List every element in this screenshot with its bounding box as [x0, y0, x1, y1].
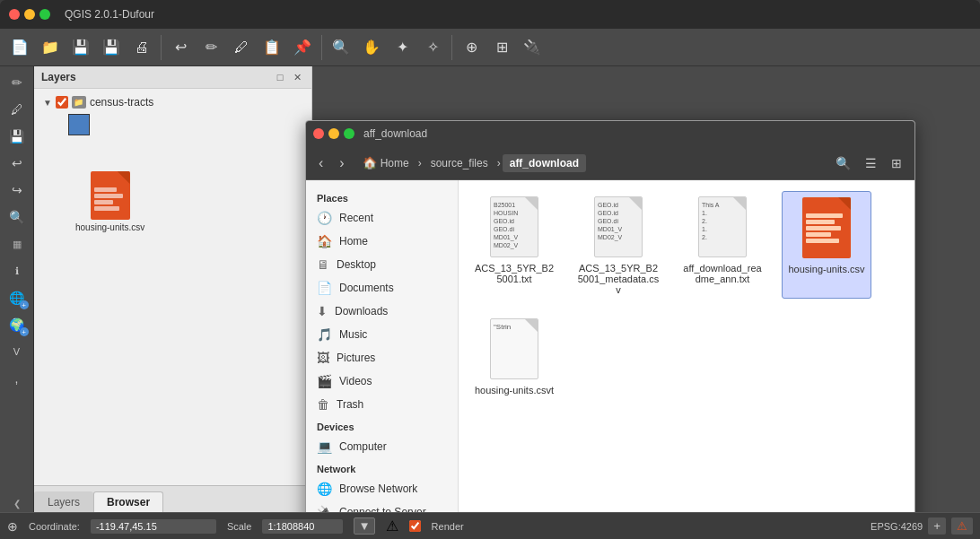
copy-tool[interactable]: 📋	[258, 33, 286, 62]
save-tool[interactable]: 💾	[66, 33, 95, 62]
layer-name: census-tracts	[90, 96, 153, 109]
fd-crumb-current-label: aff_download	[510, 157, 579, 170]
place-computer[interactable]: 💻 Computer	[306, 435, 458, 458]
add-vector-tool[interactable]: ⊕	[457, 33, 486, 62]
zoom-out-tool[interactable]: ✧	[418, 33, 447, 62]
layer-color-swatch[interactable]	[68, 114, 90, 135]
open-tool[interactable]: 📁	[36, 33, 65, 62]
sidebar-collapse[interactable]: ❮	[13, 499, 21, 509]
csv-line-1	[94, 187, 117, 192]
fd-crumb-home[interactable]: 🏠 Home	[355, 153, 416, 172]
place-pictures[interactable]: 🖼 Pictures	[306, 346, 458, 369]
place-trash-label: Trash	[337, 398, 363, 411]
sidebar-icon-pen[interactable]: 🖊	[4, 97, 30, 122]
layers-expand-btn[interactable]: □	[273, 70, 287, 84]
csv-line-4	[94, 206, 120, 211]
close-button[interactable]	[9, 9, 20, 20]
csv-line-3	[94, 200, 114, 204]
sidebar-icon-back[interactable]: ↩	[4, 151, 30, 176]
content-area: ✏ 🖊 💾 ↩ ↪ 🔍 ▦ ℹ 🌐+ 🌍+ V , ❮ Layers □	[0, 66, 980, 512]
plugins-tool[interactable]: 🔌	[518, 33, 547, 62]
sidebar-icon-edit[interactable]: ✏	[4, 70, 30, 95]
fd-crumb-current[interactable]: aff_download	[503, 154, 586, 172]
new-tool[interactable]: 📄	[5, 33, 34, 62]
identify-tool[interactable]: 🔍	[327, 33, 355, 62]
sidebar-icon-save[interactable]: 💾	[4, 124, 30, 149]
file-name-acs-txt: ACS_13_5YR_B25001.txt	[473, 263, 556, 284]
scale-dropdown-button[interactable]: ▼	[354, 517, 374, 535]
place-home[interactable]: 🏠 Home	[306, 230, 458, 253]
fd-max-button[interactable]	[344, 128, 354, 139]
sidebar-icon-info[interactable]: ℹ	[4, 258, 30, 283]
place-recent[interactable]: 🕐 Recent	[306, 206, 458, 230]
sidebar-icon-add2[interactable]: 🌍+	[4, 312, 30, 337]
place-desktop-label: Desktop	[337, 258, 376, 271]
fd-crumb-source[interactable]: source_files	[424, 154, 495, 172]
add-crs-button[interactable]: +	[928, 517, 946, 535]
place-music-label: Music	[339, 328, 367, 341]
place-videos[interactable]: 🎬 Videos	[306, 369, 458, 393]
place-downloads[interactable]: ⬇ Downloads	[306, 300, 458, 323]
place-documents-label: Documents	[339, 282, 394, 294]
file-dialog: aff_download ‹ › 🏠 Home › source_files ›	[305, 120, 915, 512]
place-documents[interactable]: 📄 Documents	[306, 276, 458, 300]
layer-item-census[interactable]: ▼ 📁 census-tracts	[39, 94, 306, 110]
network-section-title: Network	[306, 458, 458, 477]
file-readme-txt[interactable]: This A1.2.1.2. aff_download_readme_ann.t…	[678, 191, 767, 299]
edit-tool[interactable]: ✏	[197, 33, 225, 62]
fd-search-button[interactable]: 🔍	[830, 152, 856, 174]
fd-toolbar: ‹ › 🏠 Home › source_files › aff_download	[306, 146, 914, 180]
warning-button[interactable]: ⚠	[951, 517, 973, 535]
layer-visibility-checkbox[interactable]	[56, 96, 68, 109]
coordinate-input[interactable]	[91, 519, 216, 534]
file-housing-csv[interactable]: housing-units.csv	[782, 191, 871, 299]
sidebar-icon-forward[interactable]: ↪	[4, 178, 30, 203]
save-as-tool[interactable]: 💾	[97, 33, 126, 62]
place-connect-server-label: Connect to Server	[339, 506, 426, 512]
csv-line-h5	[806, 239, 839, 243]
place-connect-server[interactable]: 🔌 Connect to Server	[306, 500, 458, 512]
layer-sub-item	[68, 114, 306, 135]
fd-grid-button[interactable]: ⊞	[886, 152, 907, 174]
scale-input[interactable]	[262, 519, 343, 534]
csv-line-h1	[806, 213, 843, 218]
place-browse-network[interactable]: 🌐 Browse Network	[306, 477, 458, 500]
place-music[interactable]: 🎵 Music	[306, 323, 458, 346]
add-raster-tool[interactable]: ⊞	[487, 33, 516, 62]
file-icon-acs-txt: B25001HOUSINGEO.idGEO.diMD01_VMD02_V	[487, 195, 541, 259]
file-acs-txt[interactable]: B25001HOUSINGEO.idGEO.diMD01_VMD02_V ACS…	[469, 191, 559, 299]
fd-menu-button[interactable]: ☰	[860, 152, 882, 174]
place-desktop[interactable]: 🖥 Desktop	[306, 253, 458, 276]
minimize-button[interactable]	[24, 9, 35, 20]
fd-min-button[interactable]	[328, 128, 339, 139]
layers-header: Layers □ ✕	[34, 66, 311, 89]
pan-tool[interactable]: ✋	[357, 33, 386, 62]
select-tool[interactable]: 🖊	[227, 33, 256, 62]
sidebar-icon-search[interactable]: 🔍	[4, 204, 30, 230]
place-trash[interactable]: 🗑 Trash	[306, 393, 458, 416]
paste-tool[interactable]: 📌	[288, 33, 317, 62]
sidebar-icon-comma[interactable]: ,	[4, 366, 30, 391]
sidebar-icon-select[interactable]: ▦	[4, 231, 30, 256]
file-metadata-csv[interactable]: GEO.idGEO.idGEO.diMD01_VMD02_V ACS_13_5Y…	[573, 191, 663, 299]
tab-layers[interactable]: Layers	[34, 491, 93, 512]
scale-label: Scale	[227, 521, 252, 532]
zoom-in-tool[interactable]: ✦	[388, 33, 416, 62]
render-checkbox[interactable]	[409, 520, 421, 532]
fd-forward-button[interactable]: ›	[334, 153, 349, 173]
print-tool[interactable]: 🖨	[127, 33, 156, 62]
tab-browser[interactable]: Browser	[93, 491, 163, 512]
render-warning-icon: ⚠	[386, 517, 398, 535]
sidebar-icon-add1[interactable]: 🌐+	[4, 285, 30, 310]
fd-close-button[interactable]	[313, 128, 324, 139]
fd-title: aff_download	[363, 127, 427, 140]
txt-icon-metadata: GEO.idGEO.idGEO.diMD01_VMD02_V	[594, 196, 643, 257]
sidebar-icon-vector[interactable]: V	[4, 339, 30, 364]
desktop-icon: 🖥	[317, 257, 329, 272]
layers-close-btn[interactable]: ✕	[290, 70, 304, 84]
title-bar: QGIS 2.0.1-Dufour	[0, 0, 980, 29]
file-housing-csvt[interactable]: "Strin housing-units.csvt	[469, 313, 559, 399]
undo-tool[interactable]: ↩	[166, 33, 195, 62]
maximize-button[interactable]	[39, 9, 50, 20]
fd-back-button[interactable]: ‹	[313, 153, 328, 173]
